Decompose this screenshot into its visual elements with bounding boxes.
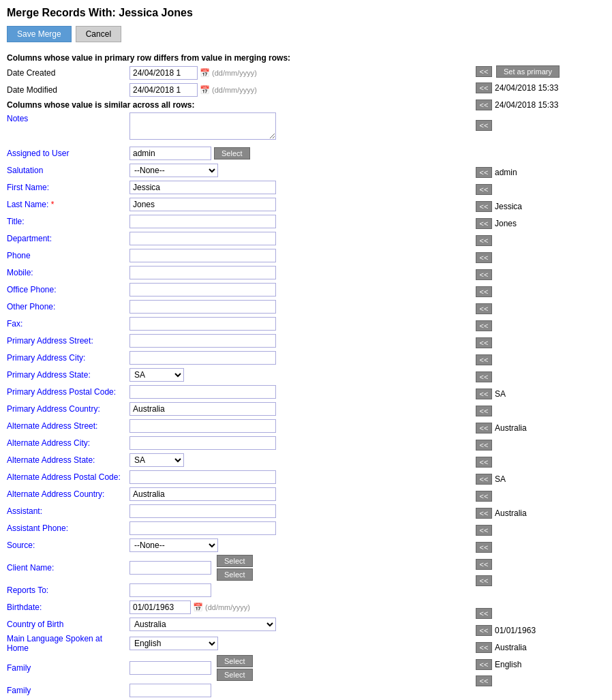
phone-input[interactable]	[129, 249, 276, 262]
date-modified-format: (dd/mm/yyyy)	[212, 86, 257, 94]
date-created-calendar-icon[interactable]: 📅	[200, 68, 210, 78]
alt-address-postal-label: Alternate Address Postal Code:	[7, 472, 129, 482]
salutation-select[interactable]: --None--	[129, 164, 218, 177]
alt-address-postal-input[interactable]	[129, 470, 276, 484]
primary-address-country-input[interactable]	[129, 402, 276, 416]
client-name-select-button-1[interactable]: Select	[217, 555, 253, 567]
first-name-input[interactable]	[129, 181, 276, 194]
save-merge-button-top[interactable]: Save Merge	[7, 26, 72, 42]
last-name-right-arrow[interactable]: <<	[476, 218, 492, 229]
birthdate-input[interactable]	[129, 600, 191, 614]
assistant-phone-input[interactable]	[129, 521, 276, 535]
date-modified-right-arrow[interactable]: <<	[476, 100, 492, 110]
primary-address-city-input[interactable]	[129, 351, 276, 365]
assigned-to-user-input[interactable]	[129, 147, 211, 160]
alt-address-state-label: Alternate Address State:	[7, 455, 129, 465]
alt-address-street-label: Alternate Address Street:	[7, 421, 129, 431]
source-select[interactable]: --None--	[129, 538, 218, 552]
department-input[interactable]	[129, 232, 276, 245]
office-phone-right-arrow[interactable]: <<	[476, 303, 492, 314]
phone-right-arrow[interactable]: <<	[476, 269, 492, 280]
client-name-select-button-2[interactable]: Select	[217, 568, 253, 581]
date-created-right-arrow[interactable]: <<	[476, 82, 492, 93]
alt-country-right-arrow[interactable]: <<	[476, 508, 492, 519]
mobile-label: Mobile:	[7, 268, 129, 277]
last-name-input[interactable]	[129, 198, 276, 211]
family-input-2[interactable]	[129, 684, 211, 697]
primary-postal-right-arrow[interactable]: <<	[476, 406, 492, 416]
title-input[interactable]	[129, 215, 276, 228]
primary-state-right-arrow[interactable]: <<	[476, 389, 492, 399]
main-language-select[interactable]: English	[129, 637, 218, 650]
alt-address-city-input[interactable]	[129, 436, 276, 450]
office-phone-input[interactable]	[129, 283, 276, 296]
assistant-phone-label: Assistant Phone:	[7, 523, 129, 533]
first-name-right-arrow[interactable]: <<	[476, 201, 492, 212]
alt-address-state-select[interactable]: SA	[129, 453, 184, 467]
main-language-right-arrow[interactable]: <<	[476, 659, 492, 670]
fax-input[interactable]	[129, 317, 276, 331]
reports-to-input[interactable]	[129, 583, 211, 597]
country-of-birth-right-arrow[interactable]: <<	[476, 642, 492, 653]
date-modified-calendar-icon[interactable]: 📅	[200, 85, 210, 95]
family-select-button-1[interactable]: Select	[217, 655, 253, 667]
alt-address-country-input[interactable]	[129, 487, 276, 501]
department-right-arrow[interactable]: <<	[476, 252, 492, 263]
primary-address-city-label: Primary Address City:	[7, 353, 129, 363]
assigned-to-right-arrow[interactable]: <<	[476, 167, 492, 178]
notes-textarea[interactable]	[129, 112, 276, 140]
set-primary-arrow-button[interactable]: <<	[476, 66, 492, 77]
main-language-right-value: English	[495, 660, 521, 669]
alt-country-right-value: Australia	[495, 508, 527, 518]
birthdate-right-arrow[interactable]: <<	[476, 625, 492, 636]
alt-address-street-input[interactable]	[129, 419, 276, 433]
salutation-right-arrow[interactable]: <<	[476, 184, 492, 195]
assistant-phone-right-arrow[interactable]: <<	[476, 542, 492, 553]
primary-city-right-arrow[interactable]: <<	[476, 371, 492, 382]
cancel-button-top[interactable]: Cancel	[76, 26, 121, 42]
primary-country-right-arrow[interactable]: <<	[476, 423, 492, 433]
fax-right-arrow[interactable]: <<	[476, 337, 492, 348]
reports-to-right-arrow[interactable]: <<	[476, 608, 492, 619]
alt-city-right-arrow[interactable]: <<	[476, 457, 492, 468]
other-phone-label: Other Phone:	[7, 302, 129, 311]
notes-right-arrow[interactable]: <<	[476, 120, 492, 131]
family-right-arrow[interactable]: <<	[476, 675, 492, 686]
last-name-label: Last Name:	[7, 200, 129, 209]
source-label: Source:	[7, 541, 129, 550]
family-input-1[interactable]	[129, 661, 211, 675]
set-primary-button[interactable]: Set as primary	[496, 65, 560, 78]
reports-to-label: Reports To:	[7, 585, 129, 595]
other-phone-right-arrow[interactable]: <<	[476, 320, 492, 331]
assistant-input[interactable]	[129, 504, 276, 518]
client-name-right-arrow[interactable]: <<	[476, 575, 492, 586]
alt-postal-right-arrow[interactable]: <<	[476, 491, 492, 502]
last-name-right-value: Jones	[495, 219, 517, 228]
primary-state-right-value: SA	[495, 389, 506, 399]
title-right-arrow[interactable]: <<	[476, 235, 492, 246]
mobile-input[interactable]	[129, 266, 276, 279]
client-name-input[interactable]	[129, 561, 211, 575]
birthdate-calendar-icon[interactable]: 📅	[193, 603, 203, 612]
title-label: Title:	[7, 217, 129, 226]
alt-state-right-value: SA	[495, 474, 506, 484]
birthdate-label: Birthdate:	[7, 603, 129, 612]
department-label: Department:	[7, 234, 129, 243]
assigned-to-user-label: Assigned to User	[7, 149, 129, 158]
primary-address-street-input[interactable]	[129, 334, 276, 348]
source-right-arrow[interactable]: <<	[476, 559, 492, 570]
primary-street-right-arrow[interactable]: <<	[476, 354, 492, 365]
date-created-input[interactable]	[129, 66, 198, 80]
date-modified-input[interactable]	[129, 83, 198, 97]
salutation-label: Salutation	[7, 166, 129, 175]
alt-street-right-arrow[interactable]: <<	[476, 440, 492, 451]
assigned-to-select-button[interactable]: Select	[214, 147, 250, 159]
assistant-right-arrow[interactable]: <<	[476, 525, 492, 536]
primary-address-state-select[interactable]: SA	[129, 368, 184, 382]
mobile-right-arrow[interactable]: <<	[476, 286, 492, 297]
family-select-button-2[interactable]: Select	[217, 669, 253, 681]
country-of-birth-select[interactable]: Australia	[129, 618, 276, 631]
other-phone-input[interactable]	[129, 300, 276, 314]
primary-address-postal-input[interactable]	[129, 385, 276, 399]
alt-state-right-arrow[interactable]: <<	[476, 474, 492, 485]
